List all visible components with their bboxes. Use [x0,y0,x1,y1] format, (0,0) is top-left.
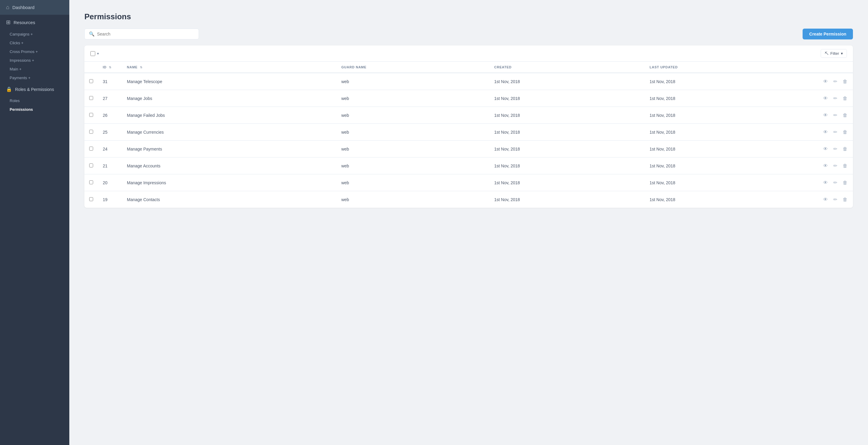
sidebar-item-label: Resources [13,20,35,25]
table-row: 26 Manage Failed Jobs web 1st Nov, 2018 … [84,107,853,124]
eye-icon: 👁 [823,197,828,202]
row-checkbox[interactable] [89,164,93,167]
row-checkbox[interactable] [89,197,93,201]
row-created: 1st Nov, 2018 [490,90,645,107]
sidebar-item-roles-permissions[interactable]: 🔒 Roles & Permissions [0,82,69,96]
table-toolbar: ▾ ⛏ Filter ▾ [84,45,853,62]
delete-button[interactable]: 🗑 [842,95,848,102]
search-icon: 🔍 [89,31,95,37]
view-button[interactable]: 👁 [823,163,829,169]
row-last-updated: 1st Nov, 2018 [645,90,811,107]
edit-button[interactable]: ✏ [833,196,838,203]
delete-button[interactable]: 🗑 [842,112,848,118]
select-all-checkbox[interactable] [90,51,95,56]
row-checkbox[interactable] [89,130,93,134]
col-name[interactable]: NAME ⇅ [122,62,336,73]
sidebar-item-clicks[interactable]: Clicks + [0,38,69,47]
edit-button[interactable]: ✏ [833,78,838,85]
row-name: Manage Payments [122,141,336,158]
row-guard-name: web [336,90,489,107]
delete-button[interactable]: 🗑 [842,196,848,203]
edit-button[interactable]: ✏ [833,112,838,118]
delete-button[interactable]: 🗑 [842,129,848,136]
page-title: Permissions [84,12,853,22]
delete-button[interactable]: 🗑 [842,146,848,152]
row-checkbox-cell [84,124,98,141]
row-checkbox[interactable] [89,180,93,184]
sidebar: ⌂ Dashboard ⊞ Resources Campaigns + Clic… [0,0,69,445]
trash-icon: 🗑 [843,130,847,135]
sidebar-group-label: Roles & Permissions [15,87,54,92]
edit-button[interactable]: ✏ [833,95,838,102]
row-actions-cell: 👁 ✏ 🗑 [811,174,853,191]
row-checkbox[interactable] [89,79,93,83]
sidebar-item-main[interactable]: Main + [0,65,69,73]
view-button[interactable]: 👁 [823,196,829,203]
view-button[interactable]: 👁 [823,179,829,186]
row-created: 1st Nov, 2018 [490,124,645,141]
sidebar-item-impressions[interactable]: Impressions + [0,56,69,65]
row-checkbox-cell [84,90,98,107]
row-id: 19 [98,191,122,208]
edit-icon: ✏ [833,113,837,118]
row-actions-cell: 👁 ✏ 🗑 [811,141,853,158]
eye-icon: 👁 [823,146,828,151]
row-actions-cell: 👁 ✏ 🗑 [811,73,853,90]
row-id: 31 [98,73,122,90]
row-last-updated: 1st Nov, 2018 [645,191,811,208]
sidebar-item-label: Dashboard [12,5,34,10]
create-permission-button[interactable]: Create Permission [803,29,853,39]
row-checkbox[interactable] [89,147,93,150]
view-button[interactable]: 👁 [823,78,829,85]
edit-button[interactable]: ✏ [833,162,838,169]
delete-button[interactable]: 🗑 [842,78,848,85]
sidebar-item-permissions[interactable]: Permissions [0,105,69,114]
edit-button[interactable]: ✏ [833,129,838,136]
sidebar-item-roles[interactable]: Roles [0,96,69,105]
col-id[interactable]: ID ⇅ [98,62,122,73]
view-button[interactable]: 👁 [823,112,829,118]
row-last-updated: 1st Nov, 2018 [645,174,811,191]
row-checkbox[interactable] [89,96,93,100]
sidebar-item-cross-promos[interactable]: Cross Promos + [0,47,69,56]
view-button[interactable]: 👁 [823,129,829,136]
edit-button[interactable]: ✏ [833,179,838,186]
col-actions [811,62,853,73]
row-checkbox-cell [84,141,98,158]
row-name: Manage Jobs [122,90,336,107]
row-name: Manage Currencies [122,124,336,141]
eye-icon: 👁 [823,180,828,185]
col-created: CREATED [490,62,645,73]
row-name: Manage Accounts [122,158,336,174]
table-row: 20 Manage Impressions web 1st Nov, 2018 … [84,174,853,191]
row-checkbox-cell [84,107,98,124]
trash-icon: 🗑 [843,180,847,185]
chevron-down-icon[interactable]: ▾ [97,52,99,56]
col-checkbox [84,62,98,73]
sidebar-item-payments[interactable]: Payments + [0,73,69,82]
view-button[interactable]: 👁 [823,95,829,102]
filter-button[interactable]: ⛏ Filter ▾ [821,49,847,58]
row-actions-cell: 👁 ✏ 🗑 [811,158,853,174]
search-input[interactable] [97,32,194,36]
row-guard-name: web [336,191,489,208]
edit-button[interactable]: ✏ [833,145,838,152]
sidebar-item-resources[interactable]: ⊞ Resources [0,15,69,30]
row-guard-name: web [336,174,489,191]
edit-icon: ✏ [833,130,837,135]
delete-button[interactable]: 🗑 [842,179,848,186]
delete-button[interactable]: 🗑 [842,163,848,169]
row-last-updated: 1st Nov, 2018 [645,107,811,124]
sidebar-item-campaigns[interactable]: Campaigns + [0,30,69,38]
view-button[interactable]: 👁 [823,146,829,152]
edit-icon: ✏ [833,96,837,101]
row-name: Manage Failed Jobs [122,107,336,124]
table-row: 19 Manage Contacts web 1st Nov, 2018 1st… [84,191,853,208]
main-content: Permissions 🔍 Create Permission ▾ ⛏ Filt… [69,0,868,445]
row-guard-name: web [336,141,489,158]
eye-icon: 👁 [823,163,828,168]
eye-icon: 👁 [823,130,828,135]
row-checkbox[interactable] [89,113,93,117]
col-guard-name: GUARD NAME [336,62,489,73]
sidebar-item-dashboard[interactable]: ⌂ Dashboard [0,0,69,15]
